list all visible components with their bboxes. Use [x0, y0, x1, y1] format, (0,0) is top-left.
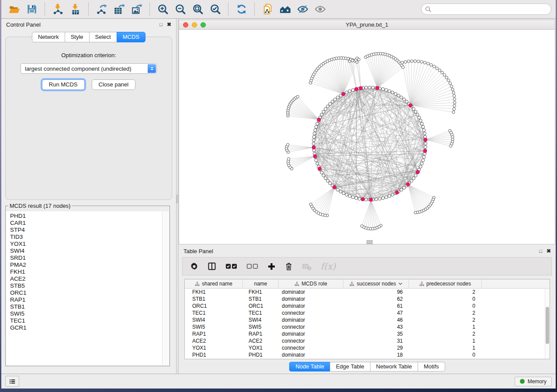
zoom-fit-icon[interactable]: [191, 3, 204, 16]
toolbar-separator: [88, 3, 89, 16]
export-network-icon[interactable]: [95, 3, 108, 16]
mcds-result-list[interactable]: PHD1CAR1STP4TID3YOX1SWI4SRD1PMA2FKH1ACE2…: [6, 211, 163, 365]
mcds-result-item[interactable]: SRD1: [10, 254, 163, 261]
cell-name: RAP1: [243, 331, 279, 337]
open-file-icon[interactable]: [8, 3, 21, 16]
cell-name: ACE2: [243, 338, 279, 344]
search-input[interactable]: [434, 6, 547, 13]
table-toolbar: f(x): [182, 257, 552, 275]
float-panel-icon[interactable]: □: [159, 22, 163, 27]
table-scrollbar-thumb[interactable]: [546, 307, 549, 344]
import-table-icon[interactable]: [69, 3, 82, 16]
mcds-result-item[interactable]: RAP1: [10, 296, 163, 303]
mcds-result-item[interactable]: FKH1: [10, 268, 163, 275]
table-row[interactable]: SWI5SWI5connector431: [185, 323, 545, 330]
columns-icon[interactable]: [208, 262, 216, 271]
cell-mcds_role: connector: [279, 310, 343, 316]
run-mcds-button[interactable]: Run MCDS: [42, 79, 85, 90]
mcds-result-scrollbar[interactable]: [162, 211, 169, 365]
add-column-icon[interactable]: [267, 262, 276, 271]
task-history-button[interactable]: [5, 376, 19, 387]
memory-button[interactable]: Memory: [515, 377, 552, 386]
table-row[interactable]: STB1STB1dominator620: [185, 296, 545, 303]
float-table-panel-icon[interactable]: □: [539, 249, 542, 254]
mcds-result-item[interactable]: ACE2: [10, 275, 163, 282]
select-all-icon[interactable]: [225, 262, 237, 270]
cell-shared_name: SWI5: [185, 324, 243, 330]
refresh-icon[interactable]: [235, 3, 248, 16]
delete-column-icon[interactable]: [285, 262, 293, 271]
houses-icon[interactable]: [279, 3, 292, 16]
toolbar-separator: [254, 3, 255, 16]
gear-icon[interactable]: [190, 262, 198, 271]
column-label: shared name: [202, 281, 232, 287]
horizontal-splitter-handle[interactable]: [367, 240, 373, 244]
cell-mcds_role: dominator: [279, 331, 343, 337]
close-panel-icon[interactable]: ✖: [167, 22, 171, 27]
mcds-result-item[interactable]: TEC1: [10, 317, 163, 324]
cell-shared_name: PHD1: [185, 352, 243, 358]
import-network-icon[interactable]: [52, 3, 65, 16]
column-header-MCDS-role[interactable]: MCDS role: [279, 279, 343, 288]
eye-icon[interactable]: [314, 3, 327, 16]
mcds-result-item[interactable]: PMA2: [10, 261, 163, 268]
criterion-select[interactable]: largest connected component (undirected): [21, 63, 157, 74]
close-panel-button[interactable]: Close panel: [92, 79, 136, 90]
zoom-in-icon[interactable]: [156, 3, 170, 16]
tab-edge-table[interactable]: Edge Table: [330, 362, 370, 371]
tab-style[interactable]: Style: [65, 32, 90, 42]
zoom-out-icon[interactable]: [174, 3, 187, 16]
mcds-result-item[interactable]: YOX1: [10, 241, 163, 248]
table-row[interactable]: PHD1PHD1dominator180: [185, 351, 545, 358]
table-row[interactable]: RAP1RAP1dominator352: [185, 330, 545, 337]
tab-select[interactable]: Select: [89, 32, 117, 42]
mcds-result-item[interactable]: TID3: [10, 234, 163, 241]
mcds-result-item[interactable]: STB1: [10, 303, 163, 310]
column-header-predecessor-nodes[interactable]: predecessor nodes: [409, 279, 482, 288]
deselect-all-icon[interactable]: [246, 262, 258, 270]
cell-shared_name: ACE2: [185, 338, 243, 344]
table-row[interactable]: ORC1ORC1dominator610: [185, 303, 545, 309]
table-scrollbar[interactable]: [545, 289, 550, 359]
mcds-result-item[interactable]: CAR1: [10, 220, 163, 227]
table-row[interactable]: ACE2ACE2connector311: [185, 337, 545, 344]
table-tabs: Node TableEdge TableNetwork TableMotifs: [179, 362, 556, 371]
column-header-successor-nodes[interactable]: successor nodes: [343, 279, 409, 288]
mcds-result-item[interactable]: SWI5: [10, 310, 163, 317]
export-image-icon[interactable]: [130, 3, 143, 16]
toolbar-separator: [45, 3, 45, 16]
save-session-icon[interactable]: [25, 3, 38, 16]
clone-network-icon[interactable]: [261, 3, 274, 16]
network-canvas[interactable]: [179, 30, 555, 244]
mcds-result-item[interactable]: GCR1: [10, 324, 163, 331]
mcds-result-item[interactable]: STP4: [10, 227, 163, 234]
column-label: MCDS role: [301, 281, 327, 287]
cell-predecessor_nodes: 1: [409, 345, 482, 351]
cell-predecessor_nodes: 0: [409, 296, 482, 302]
tab-motifs[interactable]: Motifs: [418, 362, 445, 371]
tab-mcds[interactable]: MCDS: [117, 32, 145, 42]
tab-node-table[interactable]: Node Table: [289, 362, 330, 371]
column-header-name[interactable]: name: [243, 279, 279, 288]
mcds-result-item[interactable]: STB5: [10, 282, 163, 289]
table-row[interactable]: TEC1TEC1connector472: [185, 309, 545, 316]
node-table: shared namenameMCDS rolesuccessor nodesp…: [184, 279, 550, 359]
table-row[interactable]: YOX1YOX1connector291: [185, 344, 545, 351]
mcds-result-item[interactable]: SWI4: [10, 248, 163, 254]
cell-name: FKH1: [243, 289, 279, 295]
column-header-shared-name[interactable]: shared name: [185, 279, 243, 288]
export-table-icon[interactable]: [113, 3, 126, 16]
cell-mcds_role: connector: [279, 324, 343, 330]
tab-network[interactable]: Network: [32, 32, 65, 42]
close-table-panel-icon[interactable]: ✖: [547, 248, 551, 254]
tab-network-table[interactable]: Network Table: [370, 362, 418, 371]
mcds-result-item[interactable]: ORC1: [10, 289, 163, 296]
search-box[interactable]: [421, 3, 551, 15]
mcds-result-item[interactable]: PHD1: [10, 213, 163, 220]
criterion-label: Optimization criterion:: [6, 52, 172, 58]
zoom-selected-icon[interactable]: [209, 3, 222, 16]
cell-name: TEC1: [243, 310, 279, 316]
eye-slash-icon[interactable]: [296, 3, 309, 16]
table-row[interactable]: FKH1FKH1dominator962: [185, 289, 545, 296]
table-row[interactable]: SWI4SWI4dominator462: [185, 316, 545, 323]
